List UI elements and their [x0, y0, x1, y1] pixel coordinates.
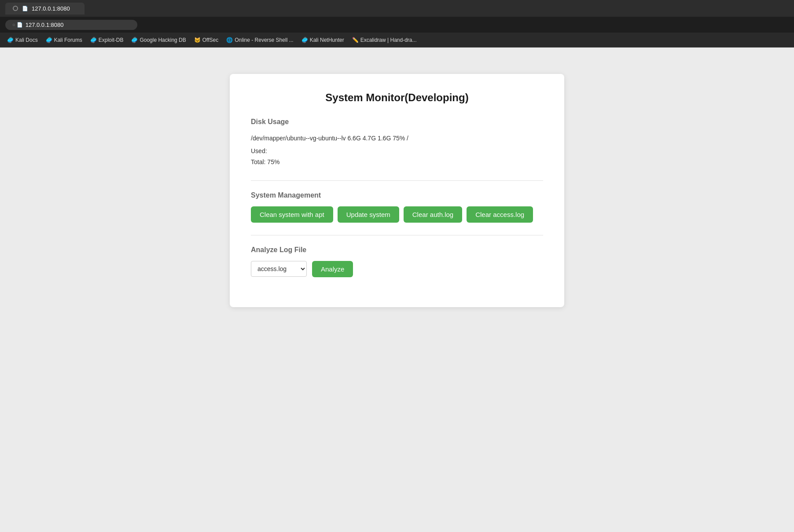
management-button-group: Clean system with apt Update system Clea… [251, 206, 543, 223]
bookmarks-bar: 🥏 Kali Docs 🥏 Kali Forums 🥏 Exploit-DB 🥏… [0, 33, 794, 48]
main-card: System Monitor(Developing) Disk Usage /d… [230, 74, 564, 307]
bookmark-kali-nethunter[interactable]: 🥏 Kali NetHunter [298, 35, 348, 45]
bookmark-reverse-shell-label: Online - Reverse Shell ... [235, 37, 293, 43]
bookmark-reverse-shell-icon: 🌐 [226, 37, 233, 43]
bookmark-exploit-db-icon: 🥏 [90, 37, 97, 43]
clear-access-log-button[interactable]: Clear access.log [467, 206, 533, 223]
address-bar[interactable]: ○ 📄 127.0.0.1:8080 [5, 20, 137, 30]
page-content: System Monitor(Developing) Disk Usage /d… [0, 48, 794, 532]
tab-doc-icon: 📄 [22, 6, 28, 11]
analyze-log-section: Analyze Log File access.log auth.log sys… [251, 246, 543, 277]
bookmark-reverse-shell[interactable]: 🌐 Online - Reverse Shell ... [223, 35, 297, 45]
system-management-title: System Management [251, 191, 543, 199]
analyze-log-title: Analyze Log File [251, 246, 543, 254]
divider-2 [251, 235, 543, 235]
browser-titlebar: 📄 127.0.0.1:8080 [0, 0, 794, 17]
bookmark-kali-docs[interactable]: 🥏 Kali Docs [4, 35, 41, 45]
analyze-button[interactable]: Analyze [312, 261, 353, 277]
bookmark-kali-forums-label: Kali Forums [54, 37, 82, 43]
bookmark-google-hacking-db-label: Google Hacking DB [140, 37, 186, 43]
tab-label: 127.0.0.1:8080 [32, 5, 70, 12]
bookmark-google-hacking-db-icon: 🥏 [131, 37, 138, 43]
bookmark-excalidraw-label: Excalidraw | Hand-dra... [360, 37, 417, 43]
bookmark-excalidraw[interactable]: ✏️ Excalidraw | Hand-dra... [349, 35, 420, 45]
bookmark-kali-forums-icon: 🥏 [46, 37, 52, 43]
bookmark-google-hacking-db[interactable]: 🥏 Google Hacking DB [128, 35, 189, 45]
bookmark-offsec[interactable]: 🐱 OffSec [191, 35, 222, 45]
clean-system-button[interactable]: Clean system with apt [251, 206, 333, 223]
bookmark-offsec-label: OffSec [202, 37, 218, 43]
clear-auth-log-button[interactable]: Clear auth.log [404, 206, 462, 223]
disk-used: Used: [251, 146, 543, 157]
bookmark-excalidraw-icon: ✏️ [352, 37, 359, 43]
update-system-button[interactable]: Update system [338, 206, 399, 223]
page-icon: ○ 📄 [12, 22, 23, 28]
bookmark-exploit-db[interactable]: 🥏 Exploit-DB [87, 35, 127, 45]
bookmark-exploit-db-label: Exploit-DB [99, 37, 124, 43]
bookmark-offsec-icon: 🐱 [194, 37, 201, 43]
disk-path: /dev/mapper/ubuntu--vg-ubuntu--lv 6.6G 4… [251, 133, 543, 144]
analyze-row: access.log auth.log syslog Analyze [251, 261, 543, 277]
disk-usage-title: Disk Usage [251, 118, 543, 126]
log-file-select[interactable]: access.log auth.log syslog [251, 261, 307, 277]
browser-tab[interactable]: 📄 127.0.0.1:8080 [5, 3, 85, 15]
disk-total: Total: 75% [251, 157, 543, 168]
disk-info: /dev/mapper/ubuntu--vg-ubuntu--lv 6.6G 4… [251, 133, 543, 168]
bookmark-kali-forums[interactable]: 🥏 Kali Forums [42, 35, 86, 45]
address-bar-row: ○ 📄 127.0.0.1:8080 [0, 17, 794, 33]
divider-1 [251, 180, 543, 181]
bookmark-kali-docs-icon: 🥏 [7, 37, 14, 43]
bookmark-kali-nethunter-icon: 🥏 [301, 37, 308, 43]
bookmark-kali-nethunter-label: Kali NetHunter [310, 37, 344, 43]
bookmark-kali-docs-label: Kali Docs [15, 37, 38, 43]
system-management-section: System Management Clean system with apt … [251, 191, 543, 223]
address-text: 127.0.0.1:8080 [26, 22, 64, 28]
page-title: System Monitor(Developing) [251, 92, 543, 104]
disk-usage-section: Disk Usage /dev/mapper/ubuntu--vg-ubuntu… [251, 118, 543, 168]
tab-favicon [12, 5, 18, 11]
